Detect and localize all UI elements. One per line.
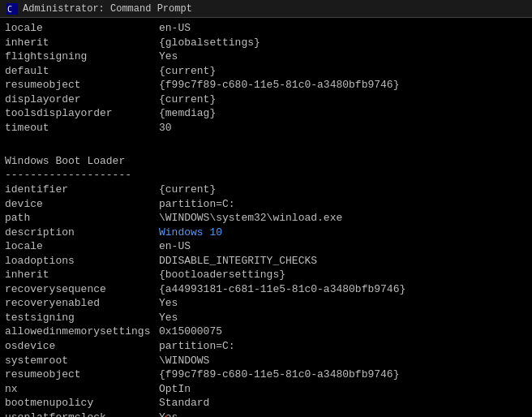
terminal-row: timeout30 [5, 121, 527, 135]
terminal-row: testsigningYes [5, 311, 527, 325]
row-value: {f99c7f89-c680-11e5-81c0-a3480bfb9746} [159, 368, 399, 382]
row-key: device [5, 197, 159, 212]
terminal-row: resumeobject{f99c7f89-c680-11e5-81c0-a34… [5, 78, 527, 92]
terminal-row: displayorder{current} [5, 92, 527, 107]
row-key: nx [5, 382, 159, 397]
row-value: {current} [159, 64, 216, 79]
title-bar: C Administrator: Command Prompt [0, 0, 532, 18]
row-key: timeout [5, 121, 159, 135]
terminal-row: toolsdisplayorder{memdiag} [5, 106, 527, 121]
row-value: \WINDOWS\system32\winload.exe [159, 211, 342, 226]
terminal-row: path\WINDOWS\system32\winload.exe [5, 211, 527, 226]
terminal-row: inherit{bootloadersettings} [5, 268, 527, 282]
row-key: locale [5, 239, 159, 254]
row-value: 0x15000075 [159, 325, 222, 339]
row-key: description [5, 226, 159, 240]
terminal-row: systemroot\WINDOWS [5, 354, 527, 368]
row-key: systemroot [5, 354, 159, 368]
row-key: loadoptions [5, 254, 159, 269]
row-key: path [5, 211, 159, 226]
row-value: Yes [159, 411, 178, 417]
row-value: \WINDOWS [159, 354, 209, 368]
row-value: partition=C: [159, 339, 235, 354]
terminal-row: localeen-US [5, 21, 527, 36]
cmd-icon: C [6, 3, 18, 15]
terminal-row: useplatformclockYes [5, 411, 527, 417]
row-value: Yes [159, 311, 178, 325]
row-value: Yes [159, 296, 178, 311]
row-key: allowedinmemorysettings [5, 325, 159, 339]
row-value: OptIn [159, 382, 191, 397]
terminal-row: Windows Boot Loader [5, 154, 527, 169]
terminal-row: recoverysequence{a44993181-c681-11e5-81c… [5, 282, 527, 297]
row-key: inherit [5, 36, 159, 50]
row-key: testsigning [5, 311, 159, 325]
terminal-row: flightsigningYes [5, 49, 527, 64]
terminal-row: localeen-US [5, 239, 527, 254]
row-value: Windows 10 [159, 226, 222, 240]
row-value: {current} [159, 183, 216, 197]
terminal-row: devicepartition=C: [5, 197, 527, 212]
terminal-row: inherit{globalsettings} [5, 36, 527, 50]
row-value: {globalsettings} [159, 36, 260, 50]
row-value: {memdiag} [159, 106, 216, 121]
terminal-row: descriptionWindows 10 [5, 226, 527, 240]
row-value: {bootloadersettings} [159, 268, 285, 282]
row-key: inherit [5, 268, 159, 282]
row-value: {f99c7f89-c680-11e5-81c0-a3480bfb9746} [159, 78, 399, 92]
terminal-row: -------------------- [5, 168, 527, 183]
row-key: recoveryenabled [5, 296, 159, 311]
row-value: partition=C: [159, 197, 235, 212]
row-value: {current} [159, 92, 216, 107]
terminal-row: nxOptIn [5, 382, 527, 397]
terminal-row: default{current} [5, 64, 527, 79]
row-value: en-US [159, 239, 191, 254]
terminal-row [5, 135, 527, 149]
terminal-row: bootmenupolicyStandard [5, 396, 527, 411]
row-value: 30 [159, 121, 172, 135]
terminal-row: resumeobject{f99c7f89-c680-11e5-81c0-a34… [5, 368, 527, 382]
row-key: flightsigning [5, 49, 159, 64]
row-key: resumeobject [5, 78, 159, 92]
terminal-row: recoveryenabledYes [5, 296, 527, 311]
svg-text:C: C [7, 5, 12, 14]
row-value: DDISABLE_INTEGRITY_CHECKS [159, 254, 317, 269]
row-key: identifier [5, 183, 159, 197]
row-value: en-US [159, 21, 191, 36]
terminal-row: allowedinmemorysettings0x15000075 [5, 325, 527, 339]
row-key: bootmenupolicy [5, 396, 159, 411]
row-value: Standard [159, 396, 209, 411]
row-key: default [5, 64, 159, 79]
terminal-row: osdevicepartition=C: [5, 339, 527, 354]
row-key: useplatformclock [5, 411, 159, 417]
title-bar-text: Administrator: Command Prompt [23, 3, 192, 15]
row-key: displayorder [5, 92, 159, 107]
row-key: toolsdisplayorder [5, 106, 159, 121]
row-key: osdevice [5, 339, 159, 354]
terminal[interactable]: localeen-USinherit{globalsettings}flight… [0, 18, 532, 417]
row-key: recoverysequence [5, 282, 159, 297]
row-key: resumeobject [5, 368, 159, 382]
row-key: locale [5, 21, 159, 36]
row-value: {a44993181-c681-11e5-81c0-a3480bfb9746} [159, 282, 405, 297]
row-value: Yes [159, 49, 178, 64]
terminal-row: identifier{current} [5, 183, 527, 197]
terminal-row: loadoptionsDDISABLE_INTEGRITY_CHECKS [5, 254, 527, 269]
